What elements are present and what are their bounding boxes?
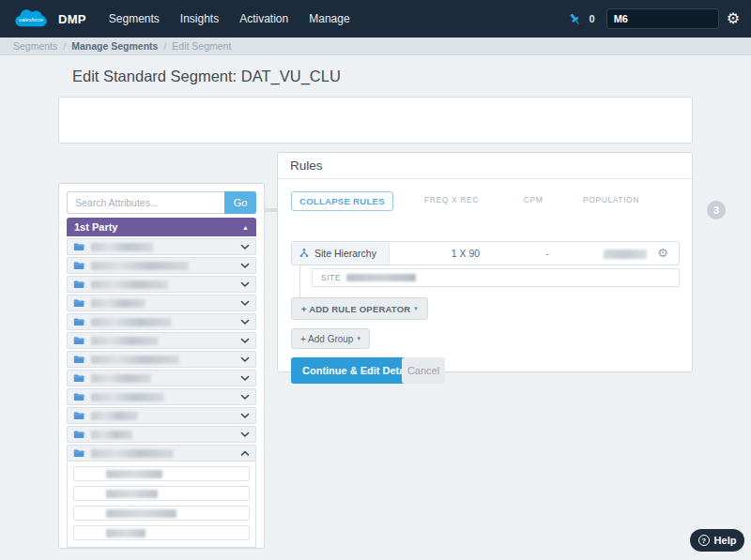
add-rule-operator-button[interactable]: + ADD RULE OPERATOR ▾ xyxy=(291,297,428,320)
column-header-population: POPULATION xyxy=(574,195,649,204)
attribute-row[interactable] xyxy=(67,370,256,386)
folder-icon xyxy=(73,430,85,440)
navbar-right: 0 ⚙ xyxy=(568,8,740,29)
attribute-row[interactable] xyxy=(67,257,256,274)
folder-icon xyxy=(73,317,85,327)
add-group-label: + Add Group xyxy=(300,334,353,344)
nav-item-manage[interactable]: Manage xyxy=(309,12,349,25)
attribute-row[interactable] xyxy=(67,407,256,424)
question-mark-icon: ? xyxy=(698,535,710,546)
salesforce-logo-icon[interactable]: salesforce xyxy=(11,6,51,32)
settings-gear-icon[interactable]: ⚙ xyxy=(727,11,740,26)
folder-icon xyxy=(73,448,85,459)
redacted-label xyxy=(106,490,158,498)
product-name: DMP xyxy=(58,12,86,26)
folder-icon xyxy=(73,392,85,402)
attribute-row[interactable] xyxy=(67,276,256,293)
redacted-label xyxy=(106,529,146,537)
app-window: salesforce DMP Segments Insights Activat… xyxy=(0,0,751,560)
group-label: 1st Party xyxy=(74,221,117,233)
chevron-down-icon xyxy=(240,356,250,363)
cancel-button[interactable]: Cancel xyxy=(402,357,445,384)
nav-item-segments[interactable]: Segments xyxy=(109,12,160,25)
redacted-label xyxy=(91,374,151,383)
breadcrumb-separator: / xyxy=(163,40,166,52)
rules-panel-body: COLLAPSE RULES FREQ X REC CPM POPULATION… xyxy=(278,179,692,372)
rules-panel-title: Rules xyxy=(278,153,692,179)
attribute-row[interactable] xyxy=(67,426,256,443)
rule-row[interactable]: Site Hierarchy 1 X 90 - ⚙ xyxy=(291,241,680,265)
attribute-row[interactable] xyxy=(67,313,256,330)
rule-freq-value: 1 X 90 xyxy=(423,248,508,259)
redacted-label xyxy=(106,470,162,478)
rule-population-redacted xyxy=(604,250,647,259)
global-search-input[interactable] xyxy=(606,8,719,29)
pushpin-icon[interactable] xyxy=(568,12,582,26)
attribute-sub-row[interactable] xyxy=(73,486,250,501)
rule-connector-line xyxy=(299,265,300,297)
rule-condition-label: SITE xyxy=(321,273,341,282)
nav-item-activation[interactable]: Activation xyxy=(239,12,288,25)
search-attributes-input[interactable] xyxy=(67,191,224,214)
folder-icon xyxy=(73,280,85,290)
breadcrumb-manage-segments[interactable]: Manage Segments xyxy=(71,40,158,52)
collapse-rules-button[interactable]: COLLAPSE RULES xyxy=(291,191,393,211)
pin-count-badge: 0 xyxy=(590,13,595,24)
column-header-cpm: CPM xyxy=(496,195,571,204)
column-header-freq: FREQ X REC xyxy=(409,195,494,204)
rules-panel: Rules COLLAPSE RULES FREQ X REC CPM POPU… xyxy=(277,152,693,372)
rule-name: Site Hierarchy xyxy=(314,248,376,259)
progress-stepper: 1 2 3 Rules Details & Activation Confirm… xyxy=(58,97,693,144)
redacted-label xyxy=(91,337,159,345)
chevron-up-icon xyxy=(240,450,250,457)
add-rule-operator-label: + ADD RULE OPERATOR xyxy=(301,304,410,314)
folder-icon xyxy=(73,373,85,384)
chevron-down-icon xyxy=(240,431,250,438)
help-label: Help xyxy=(714,535,737,546)
attribute-row[interactable] xyxy=(67,332,256,349)
chevron-down-icon xyxy=(240,375,250,382)
dropdown-caret-icon: ▾ xyxy=(414,305,418,312)
top-navbar: salesforce DMP Segments Insights Activat… xyxy=(0,0,751,38)
rule-cpm-value: - xyxy=(510,248,585,259)
folder-icon xyxy=(73,298,85,309)
add-group-button[interactable]: + Add Group ▾ xyxy=(291,328,370,349)
attribute-row-expanded[interactable] xyxy=(67,445,256,462)
redacted-label xyxy=(106,509,176,518)
folder-icon xyxy=(73,411,85,421)
attribute-group-1st-party[interactable]: 1st Party ▲ xyxy=(67,218,256,236)
attribute-sub-row[interactable] xyxy=(73,506,250,521)
redacted-label xyxy=(91,449,174,458)
folder-icon xyxy=(73,242,85,252)
redacted-label xyxy=(91,393,164,401)
attribute-sub-row[interactable] xyxy=(73,525,250,540)
page-title: Edit Standard Segment: DAT_VU_CLU xyxy=(72,68,341,85)
attribute-search-row: Go xyxy=(67,191,256,214)
help-button[interactable]: ? Help xyxy=(690,529,744,552)
redacted-label xyxy=(91,299,146,308)
attribute-row[interactable] xyxy=(67,388,256,405)
chevron-down-icon xyxy=(240,413,250,419)
chevron-down-icon xyxy=(240,300,250,307)
redacted-label xyxy=(91,412,138,420)
chevron-down-icon xyxy=(240,244,250,250)
breadcrumb-segments[interactable]: Segments xyxy=(13,40,57,52)
attribute-row[interactable] xyxy=(67,238,256,255)
chevron-down-icon xyxy=(240,394,250,401)
hierarchy-icon xyxy=(299,248,310,259)
redacted-label xyxy=(91,243,153,251)
rule-condition-row[interactable]: SITE xyxy=(312,268,680,287)
attribute-list xyxy=(67,238,256,548)
attribute-row[interactable] xyxy=(67,351,256,368)
search-go-button[interactable]: Go xyxy=(224,191,256,214)
nav-item-insights[interactable]: Insights xyxy=(180,12,219,25)
rule-gear-icon[interactable]: ⚙ xyxy=(657,247,668,259)
attribute-row[interactable] xyxy=(67,295,256,311)
chevron-down-icon xyxy=(240,319,250,325)
attribute-sub-row[interactable] xyxy=(73,466,250,481)
rule-name-cell[interactable]: Site Hierarchy xyxy=(292,242,390,265)
chevron-down-icon xyxy=(240,338,250,344)
breadcrumb-edit-segment: Edit Segment xyxy=(172,40,231,52)
folder-icon xyxy=(73,336,85,346)
rule-condition-redacted xyxy=(346,274,416,281)
